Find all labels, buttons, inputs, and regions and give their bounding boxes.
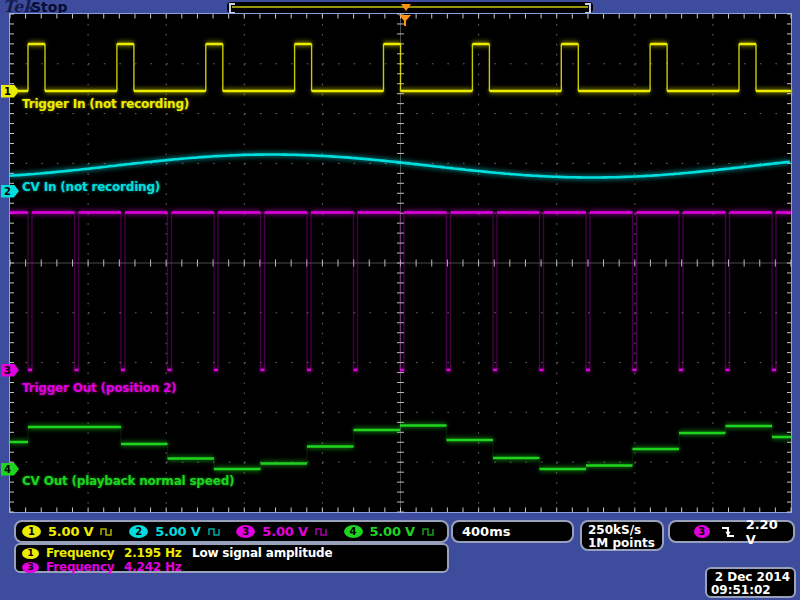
ch3-badge: 3 bbox=[236, 525, 255, 538]
meas1-name: Frequency bbox=[46, 546, 124, 560]
falling-edge-icon bbox=[720, 525, 736, 538]
ch4-scale: 5.00 V bbox=[370, 524, 415, 539]
bandwidth-icon bbox=[422, 526, 435, 537]
trigger-readout[interactable]: 3 2.20 V bbox=[668, 520, 795, 543]
channel-readout-strip: 1 5.00 V 2 5.00 V 3 5.00 V 4 5.00 V bbox=[14, 520, 449, 543]
ch1-scale: 5.00 V bbox=[48, 524, 93, 539]
bandwidth-icon bbox=[208, 526, 221, 537]
ch3-scale: 5.00 V bbox=[262, 524, 307, 539]
meas2-value: 4.242 Hz bbox=[124, 560, 188, 574]
ch1-badge: 1 bbox=[22, 525, 41, 538]
timebase-readout[interactable]: 400ms bbox=[451, 520, 574, 543]
graticule-area bbox=[9, 13, 792, 513]
record-trigger-position-icon bbox=[401, 4, 411, 11]
meas2-channel-badge: 3 bbox=[22, 562, 39, 573]
ch2-badge: 2 bbox=[129, 525, 148, 538]
ch2-readout[interactable]: 2 5.00 V bbox=[129, 524, 220, 539]
meas1-channel-badge: 1 bbox=[22, 548, 39, 559]
ch3-waveform-label: Trigger Out (position 2) bbox=[22, 381, 176, 395]
bandwidth-icon bbox=[315, 526, 328, 537]
bandwidth-icon bbox=[100, 526, 113, 537]
trigger-source-badge: 3 bbox=[694, 525, 710, 538]
ch3-readout[interactable]: 3 5.00 V bbox=[236, 524, 327, 539]
record-length: 1M points bbox=[588, 537, 662, 550]
measurement-readouts[interactable]: 1 Frequency 2.195 Hz Low signal amplitud… bbox=[14, 543, 449, 573]
measurement-row: 1 Frequency 2.195 Hz Low signal amplitud… bbox=[22, 546, 447, 560]
ch4-readout[interactable]: 4 5.00 V bbox=[344, 524, 435, 539]
trigger-level: 2.20 V bbox=[746, 517, 784, 547]
ch4-waveform-label: CV Out (playback normal speed) bbox=[22, 474, 234, 488]
date-time-readout: 2 Dec 2014 09:51:02 bbox=[705, 567, 796, 598]
acquisition-readout[interactable]: 250kS/s 1M points bbox=[580, 520, 664, 551]
record-view-bar bbox=[227, 2, 593, 13]
measurement-row: 3 Frequency 4.242 Hz bbox=[22, 560, 447, 574]
ch2-scale: 5.00 V bbox=[155, 524, 200, 539]
time: 09:51:02 bbox=[711, 584, 790, 597]
oscilloscope-display: Tek Stop 1234 Trigger In (not recording)… bbox=[0, 0, 800, 600]
meas2-name: Frequency bbox=[46, 560, 124, 574]
ch2-waveform-label: CV In (not recording) bbox=[22, 180, 160, 194]
trigger-position-stem bbox=[404, 21, 406, 26]
meas1-value: 2.195 Hz bbox=[124, 546, 188, 560]
ch1-readout[interactable]: 1 5.00 V bbox=[22, 524, 113, 539]
ch4-badge: 4 bbox=[344, 525, 363, 538]
ch1-waveform-label: Trigger In (not recording) bbox=[22, 97, 189, 111]
meas1-note: Low signal amplitude bbox=[192, 546, 332, 560]
